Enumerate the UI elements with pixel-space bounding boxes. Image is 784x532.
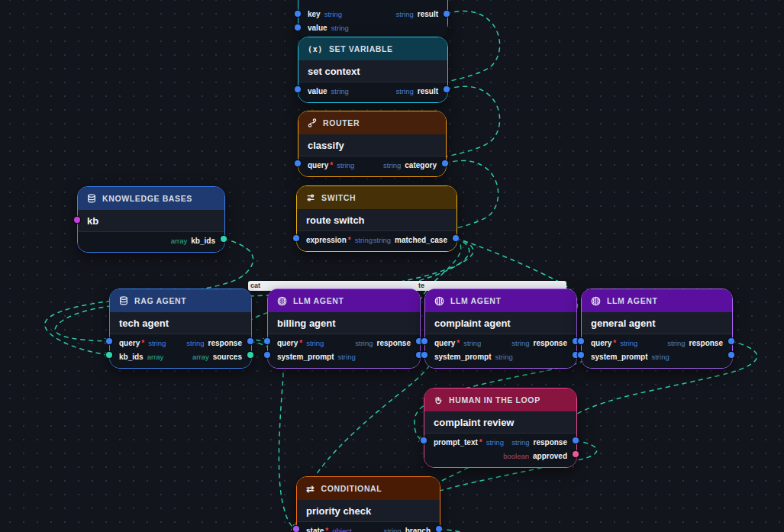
node-tech-agent[interactable]: RAG AGENT tech agent query*string string… — [109, 289, 252, 369]
node-header: KNOWLEDGE BASES — [78, 187, 224, 210]
port-conditional-branch-out[interactable] — [436, 526, 442, 532]
node-header: LLM AGENT — [268, 289, 420, 312]
field-row: keystring stringresult — [298, 7, 447, 21]
field-row: expression*string stringmatched_case — [297, 233, 457, 247]
node-title: route switch — [297, 209, 457, 231]
field-row: system_promptstring — [582, 350, 732, 363]
field-row: arraykb_ids — [78, 234, 224, 247]
field-row: state*object stringbranch — [297, 524, 440, 532]
node-header: SWITCH — [297, 186, 457, 209]
edge-tech-conditional[interactable] — [250, 341, 296, 529]
field-row: system_promptstring — [425, 350, 576, 363]
port-setcontext-value-in[interactable] — [295, 86, 301, 92]
node-type-label: CONDITIONAL — [321, 484, 382, 493]
port-complaint-query-in[interactable] — [421, 338, 427, 344]
node-priority-check[interactable]: ⇄ CONDITIONAL priority check state*objec… — [296, 476, 440, 532]
field-row: query*string stringcategory — [298, 158, 446, 172]
database-icon — [119, 296, 128, 305]
node-type-label: LLM AGENT — [607, 296, 658, 305]
field-row: query*string stringresponse — [268, 336, 420, 350]
swap-arrows-icon: ⇄ — [306, 483, 315, 495]
node-title: billing agent — [268, 312, 420, 334]
node-title: classify — [298, 134, 446, 156]
node-title: kb — [78, 210, 224, 232]
edge-label-fragment: cat — [250, 282, 260, 290]
port-hitl-approved-out[interactable] — [573, 451, 579, 457]
node-header: (x) SET VARIABLE — [298, 37, 447, 60]
node-kb[interactable]: KNOWLEDGE BASES kb arraykb_ids — [77, 186, 225, 253]
port-tech-response-out[interactable] — [247, 338, 253, 344]
field-row: valuestring — [298, 21, 447, 34]
port-classify-query-in[interactable] — [295, 160, 301, 166]
port-general-response-out[interactable] — [728, 338, 734, 344]
node-set-context[interactable]: (x) SET VARIABLE set context valuestring… — [298, 37, 448, 103]
port-switch-matchedcase-out[interactable] — [453, 235, 459, 241]
node-complaint-review[interactable]: HUMAN IN THE LOOP complaint review promp… — [424, 388, 577, 468]
node-header: LLM AGENT — [425, 289, 576, 312]
node-header: ⇄ CONDITIONAL — [297, 477, 440, 500]
edge-branch-offscreen[interactable] — [439, 529, 490, 532]
port-tech-query-in[interactable] — [106, 338, 112, 344]
port-switch-expression-in[interactable] — [293, 235, 299, 241]
field-row: prompt_text*string stringresponse — [424, 435, 576, 449]
node-type-label: LLM AGENT — [450, 296, 502, 305]
node-title: complaint review — [424, 411, 576, 434]
field-row: booleanapproved — [424, 449, 576, 463]
node-type-label: ROUTER — [323, 118, 360, 127]
node-complaint-agent[interactable]: LLM AGENT complaint agent query*string s… — [424, 289, 577, 369]
node-type-label: SET VARIABLE — [329, 44, 393, 53]
hand-icon — [434, 395, 443, 405]
field-row: system_promptstring — [268, 350, 420, 363]
field-row: query*string stringresponse — [110, 336, 251, 350]
node-title: tech agent — [110, 312, 251, 334]
node-header: RAG AGENT — [110, 289, 251, 312]
port-setcontext-result-out[interactable] — [444, 86, 450, 92]
set-variable-icon: (x) — [308, 45, 323, 53]
brain-icon — [277, 296, 287, 306]
node-type-label: RAG AGENT — [134, 296, 186, 305]
node-billing-agent[interactable]: LLM AGENT billing agent query*string str… — [267, 289, 421, 369]
port-billing-systemprompt-in[interactable] — [264, 352, 270, 358]
port-setvar-key-in[interactable] — [295, 11, 301, 17]
flow-canvas[interactable]: cat te keystring stringresult valuestrin… — [0, 0, 784, 532]
node-general-agent[interactable]: LLM AGENT general agent query*string str… — [581, 289, 733, 369]
port-hitl-prompttext-in[interactable] — [421, 437, 427, 443]
node-type-label: KNOWLEDGE BASES — [102, 194, 192, 203]
port-kb-in[interactable] — [74, 217, 80, 223]
edge-label-fragment: te — [418, 282, 424, 290]
brain-icon — [434, 296, 444, 306]
database-icon — [87, 194, 96, 203]
switch-icon — [306, 193, 315, 202]
node-classify[interactable]: ROUTER classify query*string stringcateg… — [298, 111, 447, 177]
port-general-query-in[interactable] — [578, 338, 584, 344]
brain-icon — [591, 296, 601, 306]
node-title: set context — [298, 60, 447, 82]
field-row: valuestring stringresult — [298, 84, 447, 98]
port-general-systemprompt-in[interactable] — [578, 352, 584, 358]
port-tech-kbids-in[interactable] — [106, 352, 112, 358]
port-tech-sources-out[interactable] — [247, 352, 253, 358]
node-header: LLM AGENT — [582, 289, 732, 312]
node-title: complaint agent — [425, 312, 576, 334]
field-row: query*string stringresponse — [582, 336, 732, 350]
port-hitl-response-out[interactable] — [573, 437, 579, 443]
node-type-label: LLM AGENT — [293, 296, 344, 305]
port-billing-query-in[interactable] — [264, 338, 270, 344]
port-setvar-value-in[interactable] — [295, 24, 301, 31]
port-kb-kbids-out[interactable] — [221, 236, 227, 242]
node-route-switch[interactable]: SWITCH route switch expression*string st… — [296, 185, 457, 252]
node-title: priority check — [297, 500, 440, 522]
node-header: ROUTER — [298, 111, 446, 134]
port-setvar-result-out[interactable] — [444, 11, 450, 17]
port-classify-category-out[interactable] — [442, 160, 448, 166]
node-type-label: HUMAN IN THE LOOP — [449, 395, 540, 405]
router-icon — [308, 118, 317, 127]
node-header: HUMAN IN THE LOOP — [424, 389, 576, 411]
field-row: query*string stringresponse — [425, 336, 576, 350]
port-general-out-lower[interactable] — [728, 352, 734, 358]
port-conditional-state-in[interactable] — [293, 526, 299, 532]
node-type-label: SWITCH — [321, 193, 356, 202]
node-title: general agent — [582, 312, 732, 334]
node-set-variable-partial[interactable]: keystring stringresult valuestring — [298, 0, 448, 34]
port-complaint-systemprompt-in[interactable] — [421, 352, 427, 358]
